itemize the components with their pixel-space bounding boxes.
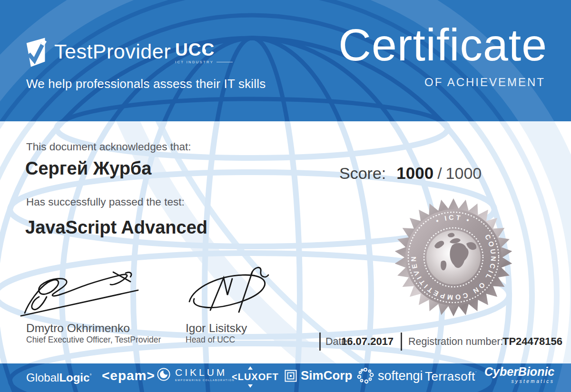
ucc-divider	[217, 62, 233, 62]
registration-label: Registration number:	[408, 336, 503, 348]
certificate-subtitle: OF ACHIEVEMENT	[424, 76, 545, 89]
score-row: Score: 1000 / 1000	[339, 164, 482, 183]
score-max: 1000	[446, 164, 482, 183]
simcorp-icon	[285, 370, 297, 382]
ucc-subtitle: ICT INDUSTRY	[175, 60, 214, 64]
certificate-page: TestProvider UCC ICT INDUSTRY We help pr…	[0, 0, 571, 392]
cyberbionic-subtitle: systematics	[484, 379, 554, 384]
signer-title: Head of UCC	[186, 335, 235, 345]
logo-ciklum: CIKLUM EMPOWERING COLLABORATION	[157, 367, 235, 382]
softengi-icon	[356, 366, 375, 385]
score-label: Score:	[339, 164, 386, 183]
signer-name: Igor Lisitsky	[186, 322, 247, 335]
logo-simcorp: SimCorp	[285, 368, 352, 383]
brand-tagline: We help professionals assess their IT sk…	[26, 77, 266, 91]
registration-value: TP24478156	[502, 335, 562, 348]
ict-council-seal: • ICT • COUNCIL ON COMPETITIVENESS	[394, 198, 512, 316]
luxoft-down-arrow-icon	[248, 384, 253, 388]
signature-igor	[182, 265, 273, 317]
passed-label: Has successfully passed the test:	[26, 196, 185, 208]
ucc-wordmark: UCC	[175, 41, 233, 59]
logo-epam: <epam>	[102, 368, 155, 383]
logo-softengi: softengi	[356, 366, 423, 385]
certificate-title: Certificate	[338, 20, 547, 70]
signer-name: Dmytro Okhrimenko	[26, 322, 130, 335]
acknowledge-label: This document acknowledges that:	[26, 141, 191, 153]
luxoft-up-arrow-icon	[248, 366, 253, 370]
signer-title: Chief Executive Officer, TestProvider	[26, 335, 161, 345]
date-value: 16.07.2017	[341, 335, 394, 348]
score-value: 1000	[396, 164, 433, 183]
ucc-dot-icon	[202, 49, 206, 53]
signature-dmytro	[19, 269, 148, 318]
recipient-name: Сергей Журба	[25, 158, 151, 179]
logo-globallogic: GlobalLogic°	[26, 371, 91, 384]
test-name: JavaScript Advanced	[25, 217, 207, 238]
ucc-logo: UCC ICT INDUSTRY	[175, 41, 233, 64]
meta-divider	[319, 333, 321, 351]
testprovider-checkmark-icon	[25, 36, 48, 69]
logo-terrasoft: Terrasoft˙	[425, 369, 477, 384]
ciklum-icon	[157, 368, 170, 381]
logo-cyberbionic: CyberBionic systematics	[484, 366, 554, 384]
logo-luxoft: <LUXOFT	[232, 372, 279, 382]
score-separator: /	[437, 164, 442, 183]
brand-wordmark: TestProvider	[54, 40, 171, 63]
meta-divider	[401, 333, 402, 351]
ciklum-tagline: EMPOWERING COLLABORATION	[175, 379, 235, 382]
